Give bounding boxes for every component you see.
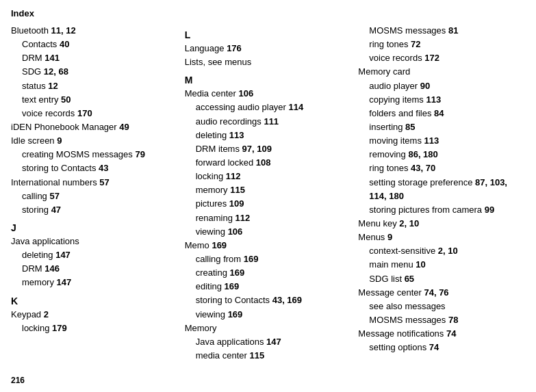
- index-entry: audio recordings 111: [185, 115, 352, 129]
- index-entry: Java applications 147: [185, 335, 352, 349]
- index-entry: pictures 109: [185, 197, 352, 211]
- page-title: Index: [11, 8, 525, 18]
- index-entry: ring tones 43, 70: [358, 161, 525, 175]
- index-entry: editing 169: [185, 280, 352, 293]
- index-entry: status 12: [11, 79, 178, 93]
- index-entry: Keypad 2: [11, 308, 178, 322]
- index-entry: viewing 106: [185, 225, 352, 239]
- index-entry: Idle screen 9: [11, 134, 178, 148]
- index-entry: main menu 10: [358, 258, 525, 272]
- index-entry: moving items 113: [358, 134, 525, 148]
- index-entry: Memory: [185, 322, 352, 335]
- index-entry: Bluetooth 11, 12: [11, 24, 178, 38]
- index-entry: Memory card: [358, 65, 525, 79]
- index-entry: SDG list 65: [358, 272, 525, 286]
- index-entry: voice records 170: [11, 107, 178, 120]
- index-entry: creating MOSMS messages 79: [11, 148, 178, 161]
- index-entry: folders and files 84: [358, 107, 525, 120]
- index-entry: context-sensitive 2, 10: [358, 244, 525, 258]
- index-entry: MOSMS messages 78: [358, 313, 525, 327]
- section-letter-j: J: [11, 222, 178, 233]
- index-entry: copying items 113: [358, 93, 525, 107]
- index-entry: Menu key 2, 10: [358, 217, 525, 231]
- section-letter-m: M: [185, 75, 352, 86]
- index-entry: iDEN Phonebook Manager 49: [11, 120, 178, 134]
- section-letter-k: K: [11, 296, 178, 306]
- index-entry: ring tones 72: [358, 38, 525, 51]
- index-entry: locking 179: [11, 322, 178, 335]
- index-entry: removing 86, 180: [358, 148, 525, 161]
- index-entry: deleting 113: [185, 129, 352, 142]
- index-entry: Menus 9: [358, 231, 525, 244]
- index-columns: Bluetooth 11, 12Contacts 40DRM 141SDG 12…: [11, 24, 525, 363]
- index-entry: Message center 74, 76: [358, 286, 525, 300]
- index-entry: calling from 169: [185, 252, 352, 266]
- section-letter-l: L: [185, 29, 352, 40]
- index-entry: memory 147: [11, 276, 178, 289]
- index-entry: Message notifications 74: [358, 327, 525, 341]
- index-entry: renaming 112: [185, 211, 352, 225]
- index-entry: DRM 141: [11, 51, 178, 65]
- index-entry: MOSMS messages 81: [358, 24, 525, 38]
- index-entry: Lists, see menus: [185, 55, 352, 69]
- column-1: Bluetooth 11, 12Contacts 40DRM 141SDG 12…: [11, 24, 185, 335]
- index-entry: storing to Contacts 43, 169: [185, 293, 352, 307]
- index-entry: inserting 85: [358, 120, 525, 134]
- index-entry: deleting 147: [11, 248, 178, 262]
- index-entry: storing pictures from camera 99: [358, 203, 525, 217]
- index-entry: accessing audio player 114: [185, 101, 352, 114]
- index-entry: Memo 169: [185, 239, 352, 252]
- index-entry: setting options 74: [358, 341, 525, 354]
- index-entry: DRM 146: [11, 262, 178, 276]
- index-entry: Media center 106: [185, 87, 352, 101]
- index-entry: storing 47: [11, 203, 178, 217]
- index-entry: audio player 90: [358, 79, 525, 93]
- column-3: MOSMS messages 81ring tones 72voice reco…: [358, 24, 525, 354]
- index-entry: Contacts 40: [11, 38, 178, 51]
- index-entry: memory 115: [185, 183, 352, 197]
- index-entry: storing to Contacts 43: [11, 161, 178, 175]
- index-entry: calling 57: [11, 190, 178, 203]
- index-entry: viewing 169: [185, 308, 352, 322]
- index-entry: setting storage preference 87, 103, 114,…: [358, 176, 525, 203]
- index-entry: DRM items 97, 109: [185, 142, 352, 156]
- index-entry: International numbers 57: [11, 176, 178, 190]
- index-entry: media center 115: [185, 349, 352, 363]
- column-2: LLanguage 176Lists, see menusMMedia cent…: [185, 24, 359, 363]
- index-entry: Java applications: [11, 235, 178, 248]
- index-entry: creating 169: [185, 266, 352, 280]
- index-entry: see also messages: [358, 300, 525, 313]
- index-entry: locking 112: [185, 170, 352, 183]
- index-entry: Language 176: [185, 42, 352, 55]
- index-entry: voice records 172: [358, 51, 525, 65]
- page-footer: 216: [11, 376, 25, 385]
- index-entry: text entry 50: [11, 93, 178, 107]
- index-entry: SDG 12, 68: [11, 65, 178, 79]
- index-entry: forward locked 108: [185, 156, 352, 170]
